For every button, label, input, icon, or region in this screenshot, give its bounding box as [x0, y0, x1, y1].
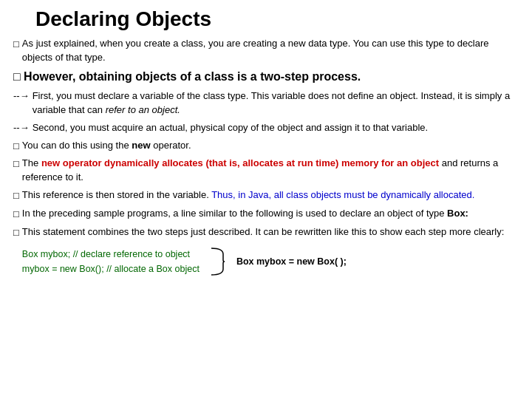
bullet-sym-2: □ — [13, 70, 24, 83]
code-line-1: Box mybox; // declare reference to objec… — [22, 248, 200, 261]
code-section: Box mybox; // declare reference to objec… — [22, 247, 347, 276]
arrow2-sym: --→ — [13, 121, 30, 135]
bullet-new-operator: □ You can do this using the new operator… — [13, 139, 519, 154]
bullet-combines-steps: □ This statement combines the two steps … — [13, 225, 519, 240]
page-title: Declaring Objects — [35, 7, 519, 31]
arrow1-content: First, you must declare a variable of th… — [33, 89, 519, 117]
bullet-sym-1: □ — [13, 38, 19, 52]
arrow1-sym: --→ — [13, 89, 30, 103]
two-step-text: However, obtaining objects of a class is… — [24, 70, 361, 83]
two-step-heading: □ However, obtaining objects of a class … — [13, 69, 519, 85]
p1-text: As just explained, when you create a cla… — [22, 37, 519, 65]
arrow2-content: Second, you must acquire an actual, phys… — [33, 121, 428, 135]
bullet-preceding-sample: □ In the preceding sample programs, a li… — [13, 207, 519, 222]
bullet-reference-stored: □ This reference is then stored in the v… — [13, 188, 519, 203]
arrow1-italic: refer to an object. — [106, 104, 180, 115]
bullet-new-operator-dynamic: □ The new operator dynamically allocates… — [13, 157, 519, 185]
brace-icon — [210, 247, 226, 276]
code-right: Box mybox = new Box( ); — [236, 255, 347, 268]
code-left: Box mybox; // declare reference to objec… — [22, 248, 200, 276]
arrow2-line: --→ Second, you must acquire an actual, … — [13, 121, 519, 135]
code-section-container: □ Box mybox; // declare reference to obj… — [13, 244, 519, 276]
arrow1-line: --→ First, you must declare a variable o… — [13, 89, 519, 117]
code-line-2: mybox = new Box(); // allocate a Box obj… — [22, 262, 200, 276]
paragraph-1: □ As just explained, when you create a c… — [13, 37, 519, 65]
